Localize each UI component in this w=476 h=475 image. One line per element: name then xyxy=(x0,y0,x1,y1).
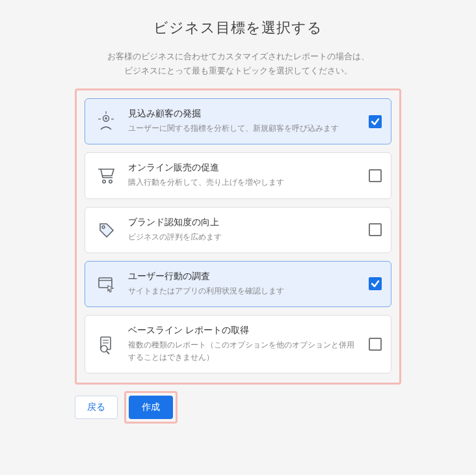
option-desc: ユーザーに関する指標を分析して、新規顧客を呼び込みます xyxy=(128,122,360,135)
option-title: 見込み顧客の発掘 xyxy=(128,108,360,120)
option-desc: ビジネスの評判を広めます xyxy=(128,231,360,243)
create-button[interactable]: 作成 xyxy=(129,396,173,419)
svg-rect-8 xyxy=(99,278,112,288)
option-lead-gen[interactable]: 見込み顧客の発掘 ユーザーに関する指標を分析して、新規顧客を呼び込みます xyxy=(85,98,391,144)
option-brand-awareness[interactable]: ブランド認知度の向上 ビジネスの評判を広めます xyxy=(85,207,391,253)
window-cursor-icon xyxy=(93,271,119,297)
option-desc: サイトまたはアプリの利用状況を確認します xyxy=(128,285,360,297)
cart-icon xyxy=(93,163,119,189)
option-desc: 購入行動を分析して、売り上げを増やします xyxy=(128,176,360,189)
svg-point-5 xyxy=(103,180,105,183)
option-online-sales[interactable]: オンライン販売の促進 購入行動を分析して、売り上げを増やします xyxy=(85,152,391,198)
subtitle-line1: お客様のビジネスに合わせてカスタマイズされたレポートの場合は、 xyxy=(107,51,369,61)
options-highlight-box: 見込み顧客の発掘 ユーザーに関する指標を分析して、新規顧客を呼び込みます オンラ… xyxy=(75,88,401,385)
svg-point-13 xyxy=(101,346,107,352)
option-text: ユーザー行動の調査 サイトまたはアプリの利用状況を確認します xyxy=(128,271,360,297)
option-baseline-report[interactable]: ベースライン レポートの取得 複数の種類のレポート（このオプションを他のオプショ… xyxy=(85,315,391,373)
svg-line-14 xyxy=(107,351,109,354)
option-checkbox[interactable] xyxy=(369,115,382,128)
option-title: オンライン販売の促進 xyxy=(128,162,360,174)
subtitle-line2: ビジネスにとって最も重要なトピックを選択してください。 xyxy=(124,66,352,75)
page-title: ビジネス目標を選択する xyxy=(153,18,323,38)
option-checkbox[interactable] xyxy=(369,277,382,290)
option-text: ベースライン レポートの取得 複数の種類のレポート（このオプションを他のオプショ… xyxy=(128,325,360,364)
person-target-icon xyxy=(93,109,119,135)
bottom-row: 戻る 作成 xyxy=(75,391,401,424)
svg-point-1 xyxy=(105,117,107,120)
tag-icon xyxy=(93,217,119,243)
option-title: ユーザー行動の調査 xyxy=(128,271,360,282)
option-title: ベースライン レポートの取得 xyxy=(128,325,360,336)
option-checkbox[interactable] xyxy=(369,223,382,236)
svg-point-6 xyxy=(109,180,112,183)
page-subtitle: お客様のビジネスに合わせてカスタマイズされたレポートの場合は、 ビジネスにとって… xyxy=(107,49,369,78)
option-user-behavior[interactable]: ユーザー行動の調査 サイトまたはアプリの利用状況を確認します xyxy=(85,261,391,307)
option-text: ブランド認知度の向上 ビジネスの評判を広めます xyxy=(128,217,360,243)
report-magnify-icon xyxy=(93,331,119,357)
back-button[interactable]: 戻る xyxy=(75,396,118,419)
option-text: 見込み顧客の発掘 ユーザーに関する指標を分析して、新規顧客を呼び込みます xyxy=(128,108,360,135)
option-title: ブランド認知度の向上 xyxy=(128,217,360,228)
option-text: オンライン販売の促進 購入行動を分析して、売り上げを増やします xyxy=(128,162,360,189)
option-checkbox[interactable] xyxy=(369,169,382,182)
create-highlight-box: 作成 xyxy=(124,391,178,424)
option-desc: 複数の種類のレポート（このオプションを他のオプションと併用することはできません） xyxy=(128,339,360,364)
option-checkbox[interactable] xyxy=(369,338,382,351)
